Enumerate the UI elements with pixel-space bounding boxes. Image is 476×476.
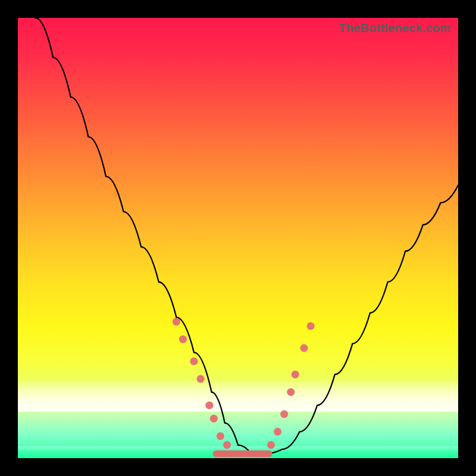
data-dot: [197, 375, 205, 383]
dots-right-group: [267, 322, 315, 449]
data-dot: [292, 371, 299, 378]
data-dot: [267, 441, 275, 449]
data-dot: [300, 345, 308, 352]
data-dot: [173, 318, 180, 325]
data-dot: [217, 433, 224, 440]
data-dot: [179, 336, 187, 343]
data-dot: [190, 358, 198, 365]
data-dot: [287, 389, 295, 396]
data-dot: [307, 322, 315, 330]
curve-layer: [18, 18, 458, 458]
data-dot: [274, 428, 281, 436]
data-dot: [205, 402, 213, 409]
dots-left-group: [173, 318, 231, 449]
data-dot: [223, 441, 231, 449]
data-dot: [280, 411, 288, 418]
bottleneck-curve: [18, 0, 458, 454]
chart-stage: TheBottleneck.com: [0, 0, 476, 476]
plot-area: TheBottleneck.com: [18, 18, 458, 458]
data-dot: [210, 415, 218, 422]
